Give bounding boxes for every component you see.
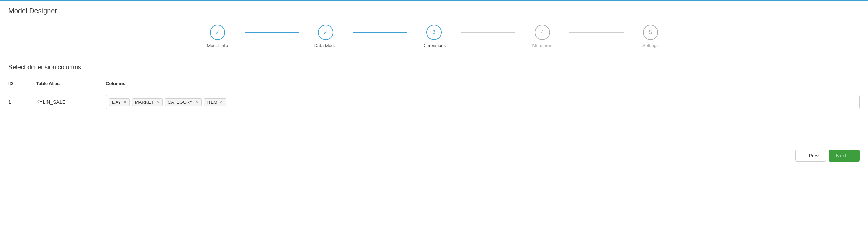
stepper-container: ✓ Model Info ✓ Data Model 3 Dimensions 4… xyxy=(0,18,868,55)
step-number-4: 4 xyxy=(541,29,544,36)
step-label-1: Model Info xyxy=(207,43,228,48)
connector-4 xyxy=(569,32,624,33)
stepper: ✓ Model Info ✓ Data Model 3 Dimensions 4… xyxy=(190,25,678,48)
tag-market: MARKET ✕ xyxy=(132,98,163,106)
step-label-2: Data Model xyxy=(314,43,337,48)
checkmark-2: ✓ xyxy=(323,29,328,36)
prev-button[interactable]: ← Prev xyxy=(795,150,826,162)
tag-category-label: CATEGORY xyxy=(168,100,193,105)
connector-3 xyxy=(461,32,515,33)
tag-category-remove[interactable]: ✕ xyxy=(195,100,198,104)
connector-2 xyxy=(353,32,407,33)
connector-1 xyxy=(245,32,299,33)
tag-market-remove[interactable]: ✕ xyxy=(156,100,159,104)
tag-container[interactable]: DAY ✕ MARKET ✕ CATEGORY ✕ ITEM ✕ xyxy=(106,95,860,109)
step-3: 3 Dimensions xyxy=(407,25,461,48)
step-number-3: 3 xyxy=(433,29,436,36)
step-circle-1: ✓ xyxy=(210,25,225,40)
tag-day-label: DAY xyxy=(112,100,121,105)
row-alias: KYLIN_SALE xyxy=(36,99,106,105)
table-row: 1 KYLIN_SALE DAY ✕ MARKET ✕ CATEGORY ✕ I… xyxy=(8,89,860,115)
footer: ← Prev Next → xyxy=(0,144,868,167)
step-number-5: 5 xyxy=(649,29,652,36)
tag-day-remove[interactable]: ✕ xyxy=(123,100,127,104)
header-id: ID xyxy=(8,81,36,86)
step-4: 4 Measures xyxy=(515,25,569,48)
step-circle-4: 4 xyxy=(535,25,550,40)
header-columns: Columns xyxy=(106,81,860,86)
tag-market-label: MARKET xyxy=(135,100,154,105)
header-alias: Table Alias xyxy=(36,81,106,86)
step-label-4: Measures xyxy=(532,43,552,48)
step-2: ✓ Data Model xyxy=(299,25,353,48)
step-label-3: Dimensions xyxy=(422,43,446,48)
page-title: Model Designer xyxy=(0,1,868,18)
next-button[interactable]: Next → xyxy=(829,150,860,162)
section-title: Select dimension columns xyxy=(8,64,860,71)
table-header: ID Table Alias Columns xyxy=(8,78,860,89)
checkmark-1: ✓ xyxy=(215,29,220,36)
tag-day: DAY ✕ xyxy=(109,98,130,106)
step-5: 5 Settings xyxy=(624,25,678,48)
tag-item-remove[interactable]: ✕ xyxy=(220,100,223,104)
row-columns: DAY ✕ MARKET ✕ CATEGORY ✕ ITEM ✕ xyxy=(106,95,860,109)
step-label-5: Settings xyxy=(642,43,659,48)
step-circle-2: ✓ xyxy=(318,25,333,40)
step-circle-5: 5 xyxy=(643,25,658,40)
step-circle-3: 3 xyxy=(426,25,442,40)
tag-item: ITEM ✕ xyxy=(204,98,226,106)
content-area: Select dimension columns ID Table Alias … xyxy=(0,55,868,123)
tag-item-label: ITEM xyxy=(207,100,218,105)
step-1: ✓ Model Info xyxy=(190,25,245,48)
tag-category: CATEGORY ✕ xyxy=(165,98,202,106)
row-id: 1 xyxy=(8,99,36,105)
